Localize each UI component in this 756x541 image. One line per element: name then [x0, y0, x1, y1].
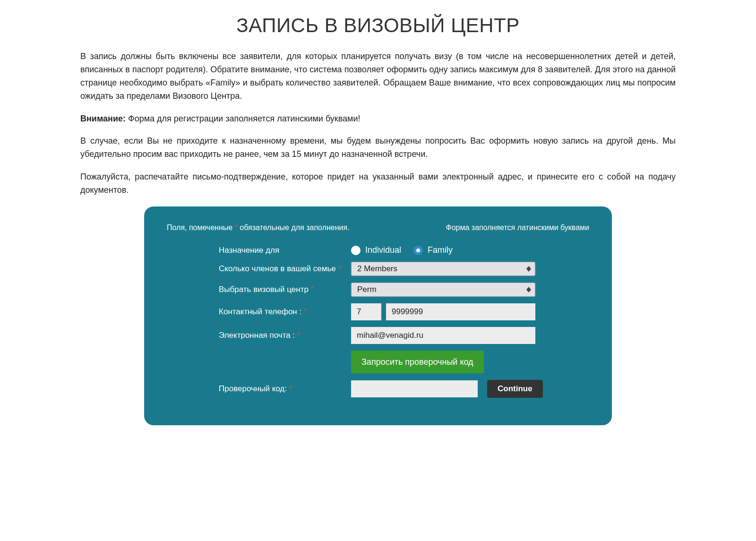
attention-text: Форма для регистрации заполняется латинс…	[126, 114, 361, 123]
required-fields-note: Поля, помеченные * обязательные для запо…	[167, 223, 350, 232]
latin-note: Форма заполняется латинскими буквами	[446, 223, 589, 232]
label-email-text: Электронная почта :	[219, 331, 297, 340]
radio-family-label: Family	[428, 245, 453, 255]
select-arrows-icon	[526, 287, 531, 292]
phone-country-code-input[interactable]	[351, 303, 381, 320]
label-phone: Контактный телефон : *	[219, 307, 351, 317]
label-code: Проверочный код: *	[219, 384, 351, 394]
attention-paragraph: Внимание: Форма для регистрации заполняе…	[80, 112, 676, 126]
radio-selected-icon	[413, 246, 423, 255]
radio-unselected-icon	[351, 246, 361, 255]
request-code-button[interactable]: Запросить проверочный код	[351, 351, 484, 373]
row-members: Сколько членов в вашей семье * 2 Members	[167, 262, 589, 276]
asterisk-icon: *	[297, 331, 301, 340]
center-select[interactable]: Perm	[351, 283, 535, 297]
form-top-notes: Поля, помеченные * обязательные для запо…	[167, 223, 589, 232]
asterisk-icon: *	[304, 307, 307, 316]
attention-label: Внимание:	[80, 114, 126, 123]
radio-individual-label: Individual	[365, 245, 401, 255]
asterisk-icon: *	[311, 285, 314, 294]
svg-marker-3	[526, 290, 531, 292]
email-input[interactable]	[351, 327, 535, 344]
select-arrows-icon	[526, 266, 531, 272]
svg-marker-1	[526, 269, 531, 272]
row-code: Проверочный код: * Continue	[167, 380, 589, 398]
label-members-text: Сколько членов в вашей семье	[219, 264, 338, 273]
asterisk-icon: *	[289, 384, 292, 393]
phone-number-input[interactable]	[386, 303, 535, 320]
label-center: Выбрать визовый центр *	[219, 285, 351, 294]
continue-button[interactable]: Continue	[487, 380, 543, 398]
verification-code-input[interactable]	[351, 380, 478, 397]
required-note-pre: Поля, помеченные	[167, 223, 235, 232]
row-appointment-for: Назначение для Individual Family	[167, 245, 589, 255]
appointment-form-panel: Поля, помеченные * обязательные для запо…	[144, 206, 612, 425]
intro-paragraph-1: В запись должны быть включены все заявит…	[80, 50, 676, 103]
label-members: Сколько членов в вашей семье *	[219, 264, 351, 274]
page-title: ЗАПИСЬ В ВИЗОВЫЙ ЦЕНТР	[80, 14, 676, 37]
radio-individual[interactable]: Individual	[351, 245, 401, 255]
label-code-text: Проверочный код:	[219, 384, 289, 393]
row-center: Выбрать визовый центр * Perm	[167, 283, 589, 297]
members-select[interactable]: 2 Members	[351, 262, 535, 276]
label-phone-text: Контактный телефон :	[219, 307, 304, 316]
required-note-post: обязательные для заполнения.	[238, 223, 350, 232]
row-request-code: Запросить проверочный код	[167, 351, 589, 373]
row-phone: Контактный телефон : *	[167, 303, 589, 320]
label-center-text: Выбрать визовый центр	[219, 285, 311, 294]
center-select-value: Perm	[357, 285, 377, 294]
intro-paragraph-3: В случае, если Вы не приходите к назначе…	[80, 135, 676, 161]
row-email: Электронная почта : *	[167, 327, 589, 344]
asterisk-icon: *	[338, 264, 341, 273]
radio-family[interactable]: Family	[413, 245, 453, 255]
members-select-value: 2 Members	[357, 264, 397, 274]
label-appointment-for: Назначение для	[219, 246, 351, 255]
intro-paragraph-4: Пожалуйста, распечатайте письмо-подтверж…	[80, 171, 676, 197]
label-email: Электронная почта : *	[219, 331, 351, 340]
